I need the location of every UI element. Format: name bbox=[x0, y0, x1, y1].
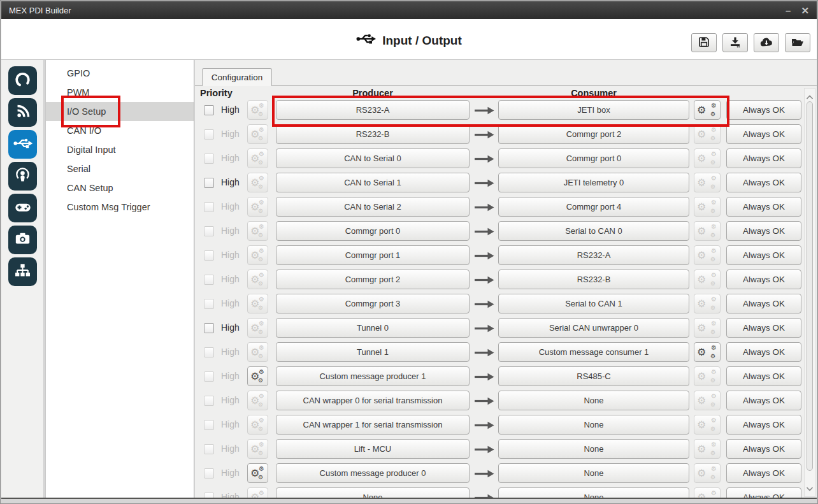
validity-button[interactable]: Always OK bbox=[726, 463, 801, 483]
producer-settings-button[interactable]: ⚙⚙⚙ bbox=[247, 148, 268, 168]
consumer-settings-button[interactable]: ⚙⚙⚙ bbox=[694, 270, 721, 289]
producer-settings-button[interactable]: ⚙⚙⚙ bbox=[247, 463, 268, 483]
producer-settings-button[interactable]: ⚙⚙⚙ bbox=[247, 487, 268, 498]
consumer-settings-button[interactable]: ⚙⚙⚙ bbox=[694, 366, 721, 386]
validity-button[interactable]: Always OK bbox=[726, 270, 801, 289]
consumer-button[interactable]: JETI box bbox=[498, 100, 689, 120]
consumer-button[interactable]: None bbox=[498, 391, 689, 410]
scrollbar-thumb[interactable] bbox=[807, 101, 813, 471]
consumer-settings-button[interactable]: ⚙⚙⚙ bbox=[694, 221, 721, 241]
cloud-download-button[interactable] bbox=[754, 33, 779, 52]
producer-settings-button[interactable]: ⚙⚙⚙ bbox=[247, 100, 268, 120]
consumer-settings-button[interactable]: ⚙⚙⚙ bbox=[694, 391, 721, 410]
consumer-settings-button[interactable]: ⚙⚙⚙ bbox=[694, 173, 721, 192]
consumer-button[interactable]: Commgr port 0 bbox=[498, 148, 689, 168]
producer-settings-button[interactable]: ⚙⚙⚙ bbox=[247, 318, 268, 338]
validity-button[interactable]: Always OK bbox=[726, 197, 801, 217]
sidebar-item-input-output[interactable] bbox=[8, 130, 37, 159]
nav-item-i-o-setup[interactable]: I/O Setup bbox=[46, 102, 194, 121]
producer-settings-button[interactable]: ⚙⚙⚙ bbox=[247, 391, 268, 410]
producer-button[interactable]: Tunnel 0 bbox=[276, 318, 470, 338]
consumer-button[interactable]: Serial to CAN 1 bbox=[498, 294, 689, 313]
consumer-settings-button[interactable]: ⚙⚙⚙ bbox=[694, 100, 721, 120]
validity-button[interactable]: Always OK bbox=[726, 342, 801, 362]
save-button[interactable] bbox=[691, 33, 717, 52]
producer-button[interactable]: CAN to Serial 2 bbox=[276, 197, 470, 217]
priority-checkbox[interactable] bbox=[204, 371, 214, 382]
consumer-button[interactable]: None bbox=[498, 415, 689, 435]
consumer-button[interactable]: RS485-C bbox=[498, 366, 689, 386]
priority-checkbox[interactable] bbox=[204, 105, 214, 115]
producer-button[interactable]: CAN wrapper 0 for serial transmission bbox=[276, 391, 470, 410]
nav-item-gpio[interactable]: GPIO bbox=[46, 64, 194, 83]
open-file-button[interactable] bbox=[785, 33, 810, 52]
priority-checkbox[interactable] bbox=[204, 250, 214, 261]
validity-button[interactable]: Always OK bbox=[726, 221, 801, 241]
consumer-settings-button[interactable]: ⚙⚙⚙ bbox=[694, 318, 721, 338]
priority-checkbox[interactable] bbox=[204, 154, 214, 164]
validity-button[interactable]: Always OK bbox=[726, 148, 801, 168]
priority-checkbox[interactable] bbox=[204, 323, 214, 333]
consumer-button[interactable]: Serial CAN unwrapper 0 bbox=[498, 318, 689, 338]
priority-checkbox[interactable] bbox=[204, 493, 214, 498]
producer-settings-button[interactable]: ⚙⚙⚙ bbox=[247, 197, 268, 217]
consumer-settings-button[interactable]: ⚙⚙⚙ bbox=[694, 294, 721, 313]
consumer-settings-button[interactable]: ⚙⚙⚙ bbox=[694, 197, 721, 217]
priority-checkbox[interactable] bbox=[204, 202, 214, 212]
consumer-button[interactable]: None bbox=[498, 439, 689, 459]
consumer-button[interactable]: RS232-A bbox=[498, 245, 689, 265]
nav-item-custom-msg-trigger[interactable]: Custom Msg Trigger bbox=[46, 198, 194, 217]
priority-checkbox[interactable] bbox=[204, 444, 214, 454]
sidebar-item-joystick[interactable] bbox=[8, 194, 37, 222]
validity-button[interactable]: Always OK bbox=[726, 391, 801, 410]
validity-button[interactable]: Always OK bbox=[726, 124, 801, 144]
close-button[interactable]: ✕ bbox=[801, 6, 809, 15]
vertical-scrollbar[interactable] bbox=[804, 88, 815, 497]
consumer-button[interactable]: None bbox=[498, 463, 689, 483]
validity-button[interactable]: Always OK bbox=[726, 366, 801, 386]
producer-button[interactable]: Tunnel 1 bbox=[276, 342, 470, 362]
producer-button[interactable]: RS232-B bbox=[276, 124, 470, 144]
producer-button[interactable]: CAN wrapper 1 for serial transmission bbox=[276, 415, 470, 435]
priority-checkbox[interactable] bbox=[204, 226, 214, 236]
producer-button[interactable]: Commgr port 0 bbox=[276, 221, 470, 241]
validity-button[interactable]: Always OK bbox=[726, 173, 801, 192]
consumer-button[interactable]: Commgr port 4 bbox=[498, 197, 689, 217]
producer-button[interactable]: Commgr port 2 bbox=[276, 270, 470, 289]
producer-settings-button[interactable]: ⚙⚙⚙ bbox=[247, 342, 268, 362]
producer-button[interactable]: RS232-A bbox=[276, 100, 470, 120]
nav-item-digital-input[interactable]: Digital Input bbox=[46, 140, 194, 159]
consumer-settings-button[interactable]: ⚙⚙⚙ bbox=[694, 415, 721, 435]
producer-button[interactable]: Commgr port 1 bbox=[276, 245, 470, 265]
producer-settings-button[interactable]: ⚙⚙⚙ bbox=[247, 294, 268, 313]
nav-item-serial[interactable]: Serial bbox=[46, 159, 194, 178]
priority-checkbox[interactable] bbox=[204, 129, 214, 140]
sidebar-item-dial[interactable] bbox=[8, 66, 37, 95]
producer-button[interactable]: None bbox=[276, 487, 470, 498]
producer-settings-button[interactable]: ⚙⚙⚙ bbox=[247, 245, 268, 265]
consumer-settings-button[interactable]: ⚙⚙⚙ bbox=[694, 487, 721, 498]
producer-settings-button[interactable]: ⚙⚙⚙ bbox=[247, 415, 268, 435]
validity-button[interactable]: Always OK bbox=[726, 294, 801, 313]
validity-button[interactable]: Always OK bbox=[726, 100, 801, 120]
minimize-button[interactable]: – bbox=[786, 6, 791, 15]
consumer-settings-button[interactable]: ⚙⚙⚙ bbox=[694, 245, 721, 265]
producer-settings-button[interactable]: ⚙⚙⚙ bbox=[247, 124, 268, 144]
priority-checkbox[interactable] bbox=[204, 347, 214, 357]
producer-button[interactable]: Custom message producer 1 bbox=[276, 366, 470, 386]
priority-checkbox[interactable] bbox=[204, 420, 214, 430]
consumer-settings-button[interactable]: ⚙⚙⚙ bbox=[694, 124, 721, 144]
scroll-down-icon[interactable] bbox=[805, 482, 815, 494]
validity-button[interactable]: Always OK bbox=[726, 245, 801, 265]
nav-item-can-i-o[interactable]: CAN I/O bbox=[46, 121, 194, 140]
nav-item-can-setup[interactable]: CAN Setup bbox=[46, 178, 194, 198]
consumer-button[interactable]: JETI telemetry 0 bbox=[498, 173, 689, 192]
consumer-button[interactable]: Custom message consumer 1 bbox=[498, 342, 689, 362]
priority-checkbox[interactable] bbox=[204, 468, 214, 479]
producer-button[interactable]: CAN to Serial 1 bbox=[276, 173, 470, 192]
priority-checkbox[interactable] bbox=[204, 299, 214, 309]
priority-checkbox[interactable] bbox=[204, 178, 214, 188]
validity-button[interactable]: Always OK bbox=[726, 318, 801, 338]
consumer-button[interactable]: None bbox=[498, 487, 689, 498]
validity-button[interactable]: Always OK bbox=[726, 415, 801, 435]
